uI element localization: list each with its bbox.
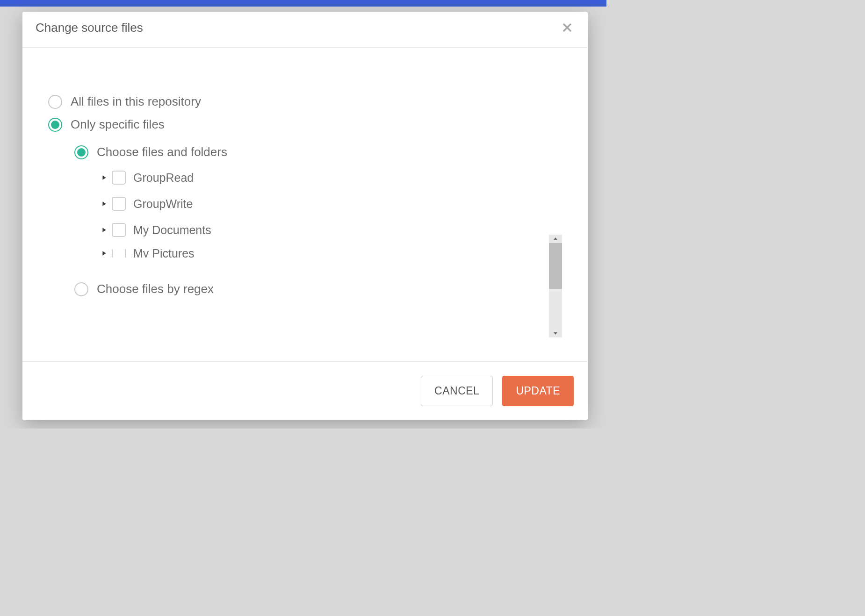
radio-label-specific-files: Only specific files <box>71 117 165 132</box>
chevron-right-icon <box>101 175 107 180</box>
app-topbar <box>0 0 606 7</box>
update-button[interactable]: UPDATE <box>502 376 574 406</box>
cancel-button[interactable]: CANCEL <box>421 376 493 406</box>
tree-row-groupwrite: GroupWrite <box>101 197 562 211</box>
modal-title: Change source files <box>36 21 143 35</box>
tree-label: My Pictures <box>133 249 195 258</box>
tree-row-mypictures: My Pictures <box>101 249 562 258</box>
checkbox-groupread[interactable] <box>112 171 126 185</box>
radio-choose-regex[interactable]: Choose files by regex <box>74 282 562 296</box>
tree-label: GroupWrite <box>133 197 193 211</box>
chevron-right-icon <box>101 201 107 207</box>
tree-row-mydocuments: My Documents <box>101 223 562 237</box>
expand-toggle[interactable] <box>101 174 108 181</box>
specific-files-subsection: Choose files and folders GroupRead Group… <box>74 145 562 296</box>
modal-body: All files in this repository Only specif… <box>22 48 588 361</box>
svg-marker-6 <box>554 237 557 240</box>
svg-marker-7 <box>554 332 557 335</box>
scroll-track[interactable] <box>549 243 562 329</box>
svg-marker-4 <box>102 228 106 232</box>
expand-toggle[interactable] <box>101 250 108 257</box>
radio-all-files[interactable]: All files in this repository <box>48 94 562 109</box>
checkbox-mydocuments[interactable] <box>112 223 126 237</box>
expand-toggle[interactable] <box>101 200 108 208</box>
scroll-up-button[interactable] <box>549 235 562 243</box>
checkbox-groupwrite[interactable] <box>112 197 126 211</box>
radio-indicator <box>48 118 62 132</box>
scroll-thumb[interactable] <box>549 243 562 289</box>
radio-indicator <box>48 95 62 109</box>
tree-label: GroupRead <box>133 171 194 185</box>
chevron-right-icon <box>101 227 107 233</box>
radio-indicator <box>74 145 88 159</box>
modal-footer: CANCEL UPDATE <box>22 361 588 420</box>
scroll-down-button[interactable] <box>549 329 562 337</box>
radio-choose-files-folders[interactable]: Choose files and folders <box>74 145 562 159</box>
chevron-up-icon <box>553 236 558 241</box>
radio-indicator <box>74 282 88 296</box>
expand-toggle[interactable] <box>101 226 108 234</box>
chevron-down-icon <box>553 331 558 336</box>
chevron-right-icon <box>101 251 107 256</box>
radio-label-choose-files: Choose files and folders <box>97 145 227 159</box>
close-button[interactable] <box>560 20 575 35</box>
file-tree: GroupRead GroupWrite My Documents <box>101 171 562 273</box>
svg-marker-3 <box>102 201 106 206</box>
radio-label-all-files: All files in this repository <box>71 94 201 109</box>
tree-label: My Documents <box>133 223 211 237</box>
tree-scrollbar[interactable] <box>549 235 562 337</box>
radio-label-choose-regex: Choose files by regex <box>97 282 214 296</box>
svg-marker-5 <box>102 251 106 256</box>
close-icon <box>562 22 573 33</box>
tree-row-groupread: GroupRead <box>101 171 562 185</box>
checkbox-mypictures[interactable] <box>112 249 126 258</box>
modal-header: Change source files <box>22 12 588 48</box>
change-source-files-modal: Change source files All files in this re… <box>22 12 588 420</box>
svg-marker-2 <box>102 175 106 180</box>
radio-specific-files[interactable]: Only specific files <box>48 117 562 132</box>
